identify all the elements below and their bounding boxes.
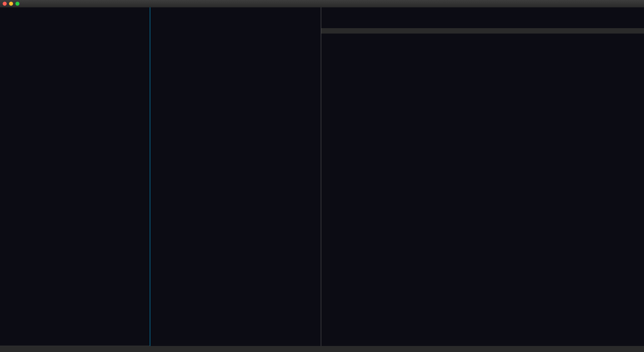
vim-statusline-active <box>150 28 321 34</box>
window-titlebar <box>0 0 644 7</box>
zoom-window-button[interactable] <box>15 2 19 6</box>
close-window-button[interactable] <box>3 2 7 6</box>
vim-statusline-inactive <box>321 28 644 34</box>
minimize-window-button[interactable] <box>9 2 13 6</box>
editor-pane-drill-down[interactable] <box>150 7 321 346</box>
tmux-statusbar <box>0 346 644 352</box>
tmux-workspace <box>0 7 644 346</box>
traffic-lights <box>3 2 19 6</box>
shell-pane[interactable] <box>0 7 150 346</box>
editor-pane-index[interactable] <box>321 7 644 346</box>
